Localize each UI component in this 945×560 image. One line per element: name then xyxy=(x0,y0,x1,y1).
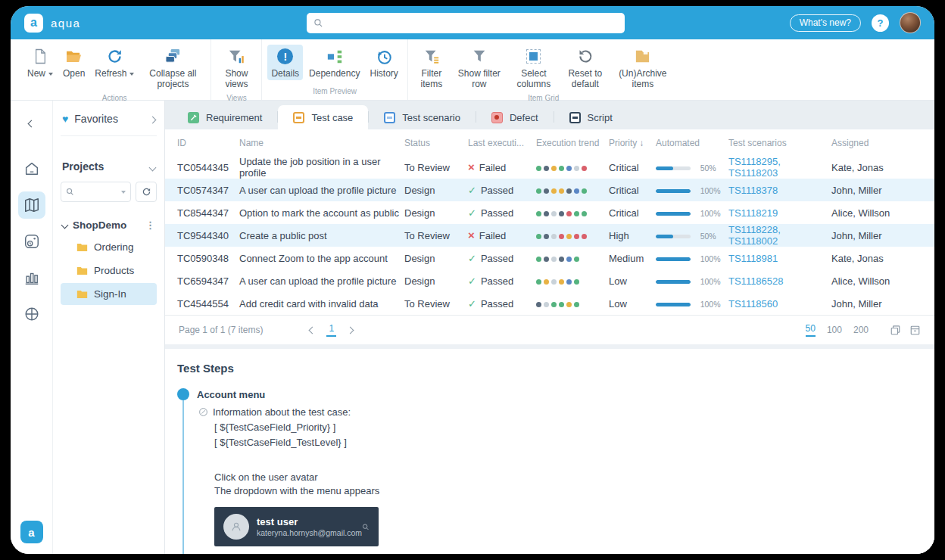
automated-bar xyxy=(656,235,691,238)
cell-name: A user can upload the profile picture xyxy=(239,185,404,196)
table-row[interactable]: TC8544347 Option to mark the account as … xyxy=(165,201,934,224)
map-icon xyxy=(23,197,40,213)
table-row[interactable]: TC0544345 Update the job position in a u… xyxy=(165,156,934,179)
cell-assigned: Kate, Jonas xyxy=(831,253,922,264)
col-header-last-execution[interactable]: Last executi... xyxy=(468,138,536,148)
tab-defect[interactable]: Defect xyxy=(476,105,554,129)
nav-board[interactable] xyxy=(18,228,45,255)
table-row[interactable]: TC0574347 A user can upload the profile … xyxy=(165,179,934,201)
refresh-button[interactable]: Refresh xyxy=(91,45,138,80)
tab-script[interactable]: Script xyxy=(554,105,628,129)
trend-dot xyxy=(551,257,557,262)
dropdown-caret-icon xyxy=(48,73,53,76)
dependency-label: Dependency xyxy=(309,68,360,79)
project-search[interactable] xyxy=(61,182,131,202)
refresh-tree-button[interactable] xyxy=(136,182,157,202)
pager: 1 xyxy=(310,323,353,337)
chevron-down-icon[interactable] xyxy=(150,160,155,173)
tree-node-shopdemo[interactable]: ShopDemo ⋮ xyxy=(61,216,157,235)
collapse-sidebar-button[interactable] xyxy=(26,113,37,132)
open-button[interactable]: Open xyxy=(59,45,89,80)
table-row[interactable]: TC4544554 Add credit card with invalid d… xyxy=(165,292,934,315)
filter-items-button[interactable]: Filter items xyxy=(413,45,450,92)
cell-test-scenarios[interactable]: TS1118378 xyxy=(728,185,831,196)
help-button[interactable]: ? xyxy=(872,14,889,32)
new-button[interactable]: New xyxy=(23,45,57,80)
prev-page-button[interactable] xyxy=(310,325,315,335)
collapse-all-projects-button[interactable]: Collapse all projects xyxy=(140,45,205,92)
tree-node-products[interactable]: Products xyxy=(61,260,157,282)
chevron-right-icon[interactable] xyxy=(150,114,155,125)
details-button[interactable]: ! Details xyxy=(267,45,303,80)
show-filter-row-button[interactable]: Show filter row xyxy=(452,45,507,92)
nav-projects[interactable] xyxy=(18,191,45,219)
global-search-input[interactable] xyxy=(328,18,618,29)
cell-assigned: John, Miller xyxy=(831,230,922,241)
user-avatar[interactable] xyxy=(900,12,921,33)
global-search[interactable] xyxy=(307,13,625,33)
tab-requirement[interactable]: Requirement xyxy=(173,105,277,129)
kebab-menu-icon[interactable]: ⋮ xyxy=(145,219,155,231)
execution-status-icon: × xyxy=(468,160,475,173)
table-row[interactable]: TC0590348 Connect Zoom to the app accoun… xyxy=(165,247,934,269)
history-button[interactable]: History xyxy=(366,45,401,80)
col-header-test-scenarios[interactable]: Test scenarios xyxy=(728,138,831,148)
copy-icon[interactable] xyxy=(890,325,901,336)
next-page-button[interactable] xyxy=(348,325,353,335)
trend-dot xyxy=(566,211,572,216)
step-instruction-line: Click on the user avatar xyxy=(214,471,934,483)
cell-test-scenarios[interactable]: TS1118228, TS1118002 xyxy=(728,224,831,247)
show-views-button[interactable]: Show views xyxy=(217,45,256,92)
trend-dot xyxy=(559,188,564,194)
dependency-icon xyxy=(326,48,343,65)
cell-test-scenarios[interactable]: TS11186528 xyxy=(728,275,831,287)
cell-last-execution: ✓Passed xyxy=(468,253,536,264)
test-step[interactable]: Account menu xyxy=(177,388,934,400)
dropdown-caret-icon[interactable] xyxy=(121,191,126,194)
col-header-execution-trend[interactable]: Execution trend xyxy=(536,138,609,148)
col-header-priority[interactable]: Priority↓ xyxy=(609,138,656,148)
group-label-item-preview: Item Preview xyxy=(267,85,401,98)
col-header-name[interactable]: Name xyxy=(239,138,404,148)
unarchive-items-button[interactable]: (Un)Archive items xyxy=(612,45,674,92)
cell-test-scenarios[interactable]: TS1118219 xyxy=(728,207,831,219)
cell-test-scenarios[interactable]: TS1118295, TS1118203 xyxy=(728,156,831,179)
col-header-assigned[interactable]: Assigned xyxy=(831,138,922,148)
page-number[interactable]: 1 xyxy=(326,323,336,337)
tab-test-case[interactable]: Test case xyxy=(278,105,368,129)
cell-test-scenarios[interactable]: TS1118981 xyxy=(728,253,831,264)
new-label: New xyxy=(27,68,53,79)
trend-dots xyxy=(536,162,589,173)
tree-node-ordering[interactable]: Ordering xyxy=(61,236,157,258)
trend-dot xyxy=(536,257,541,262)
tab-test-scenario[interactable]: Test scenario xyxy=(369,105,476,129)
table-row[interactable]: TC6594347 A user can upload the profile … xyxy=(165,269,934,292)
home-icon xyxy=(23,160,40,177)
grid-action-icons xyxy=(890,325,921,336)
projects-header[interactable]: Projects xyxy=(61,160,157,173)
page-size-200[interactable]: 200 xyxy=(853,325,869,335)
reset-to-default-button[interactable]: Reset to default xyxy=(561,45,610,92)
project-search-input[interactable] xyxy=(77,188,117,197)
tree-node-sign-in[interactable]: Sign-In xyxy=(61,283,157,305)
favorites-row[interactable]: ♥ Favorites xyxy=(61,113,157,136)
col-header-status[interactable]: Status xyxy=(404,138,468,148)
archive-box-icon[interactable] xyxy=(909,325,921,336)
step-screenshot[interactable]: test user kateryna.hornysh@gmail.com xyxy=(214,507,379,546)
expander-icon[interactable] xyxy=(61,222,69,229)
page-size-50[interactable]: 50 xyxy=(806,323,816,337)
page-size-100[interactable]: 100 xyxy=(827,325,842,335)
col-header-id[interactable]: ID xyxy=(177,138,239,148)
cell-execution-trend xyxy=(536,253,609,264)
nav-home[interactable] xyxy=(18,155,45,182)
nav-grid[interactable] xyxy=(18,300,45,328)
select-columns-button[interactable]: Select columns xyxy=(509,45,559,92)
trend-dot xyxy=(566,257,572,262)
nav-reports[interactable] xyxy=(18,264,45,291)
dependency-button[interactable]: Dependency xyxy=(305,45,363,80)
col-header-automated[interactable]: Automated xyxy=(656,138,728,148)
whats-new-button[interactable]: What's new? xyxy=(790,14,861,32)
tree-child-label: Ordering xyxy=(94,241,134,253)
table-row[interactable]: TC9544340 Create a public post To Review… xyxy=(165,224,934,247)
cell-test-scenarios[interactable]: TS1118560 xyxy=(728,298,831,310)
